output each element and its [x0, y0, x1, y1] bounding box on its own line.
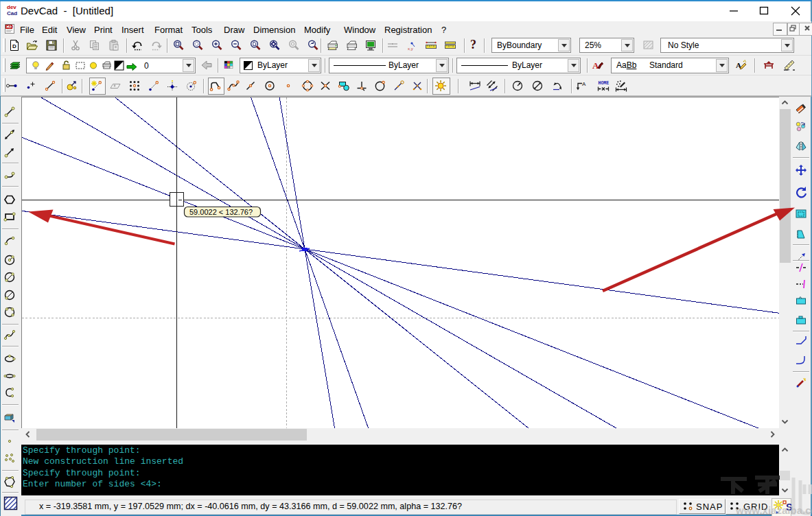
svg-text:CAD: CAD [6, 25, 13, 29]
svg-text:D: D [12, 43, 16, 49]
svg-text:A: A [592, 60, 599, 71]
svg-text:x,y: x,y [408, 47, 413, 51]
svg-text:59.0022 < 132.76?: 59.0022 < 132.76? [189, 208, 253, 216]
svg-text:?: ? [470, 38, 476, 50]
svg-text:A: A [582, 81, 586, 87]
svg-text:www.xiazaiba.com: www.xiazaiba.com [735, 504, 812, 516]
svg-text:0: 0 [144, 61, 149, 71]
svg-text:HOME: HOME [599, 81, 610, 86]
